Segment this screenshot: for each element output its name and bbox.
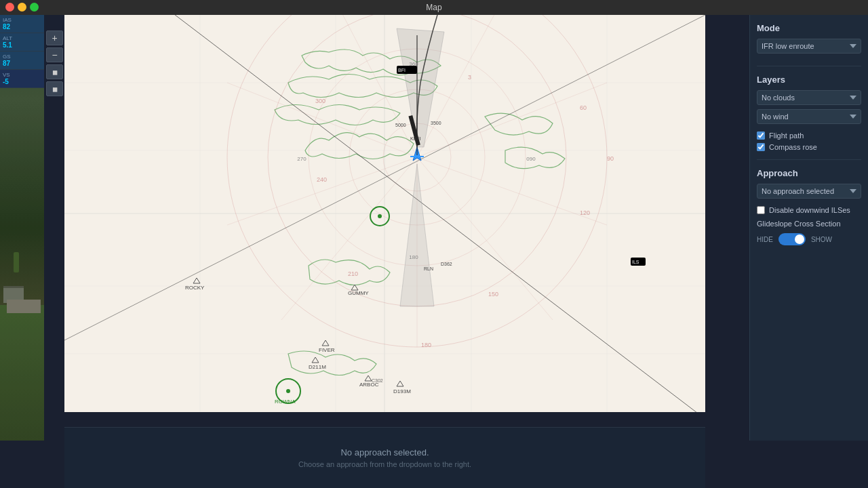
- glideslope-toggle[interactable]: [778, 233, 806, 245]
- toggle-slider: [778, 233, 806, 245]
- toggle-show-label: SHOW: [811, 236, 832, 243]
- svg-text:C302: C302: [372, 378, 383, 383]
- svg-text:D362: D362: [441, 262, 452, 266]
- data-block-2: ALT 5.1: [0, 33, 44, 52]
- layers-section-title: Layers: [757, 75, 861, 85]
- svg-text:ROWNA: ROWNA: [275, 399, 296, 405]
- approach-section-title: Approach: [757, 168, 861, 178]
- disable-downwind-label[interactable]: Disable downwind ILSes: [769, 206, 850, 214]
- flight-path-row: Flight path: [757, 131, 861, 140]
- maximize-button[interactable]: [30, 3, 39, 12]
- svg-text:120: 120: [580, 209, 590, 216]
- svg-point-54: [286, 389, 290, 393]
- svg-text:60: 60: [580, 104, 587, 111]
- approach-dropdown[interactable]: No approach selected: [757, 184, 861, 199]
- clouds-dropdown[interactable]: No clouds Few clouds Scattered Broken: [757, 90, 861, 105]
- compass-rose-row: Compass rose: [757, 143, 861, 151]
- data-block-4: VS -5: [0, 70, 44, 88]
- data-block-3: GS 87: [0, 52, 44, 70]
- svg-text:240: 240: [317, 176, 327, 183]
- map-controls[interactable]: + − ◼ ◼: [46, 30, 63, 96]
- svg-text:270: 270: [297, 156, 307, 162]
- svg-text:GUMMY: GUMMY: [348, 290, 369, 296]
- bottom-sub-text: Choose an approach from the dropdown to …: [298, 460, 471, 468]
- glideslope-label: Glideslope Cross Section: [757, 220, 861, 228]
- svg-text:KBFI: KBFI: [410, 136, 421, 141]
- disable-downwind-row: Disable downwind ILSes: [757, 206, 861, 214]
- flight-path-checkbox[interactable]: [757, 131, 765, 140]
- svg-point-57: [378, 214, 382, 218]
- bottom-main-text: No approach selected.: [340, 447, 429, 458]
- svg-text:090: 090: [526, 156, 536, 162]
- svg-text:210: 210: [348, 270, 358, 277]
- svg-text:FIVER: FIVER: [319, 347, 335, 353]
- svg-text:150: 150: [488, 291, 498, 298]
- divider-1: [757, 66, 861, 66]
- mode-section-title: Mode: [757, 23, 861, 33]
- svg-text:90: 90: [607, 155, 614, 162]
- flight-path-label[interactable]: Flight path: [769, 131, 804, 140]
- pan-up-button[interactable]: ◼: [46, 64, 63, 79]
- bottom-bar: No approach selected. Choose an approach…: [64, 427, 705, 488]
- window-title: Map: [426, 3, 441, 12]
- svg-text:5000: 5000: [395, 123, 406, 127]
- disable-downwind-checkbox[interactable]: [757, 206, 765, 214]
- svg-text:D193M: D193M: [393, 388, 411, 394]
- svg-text:180: 180: [409, 254, 418, 260]
- compass-rose-checkbox[interactable]: [757, 143, 765, 151]
- toggle-hide-label: HIDE: [757, 236, 773, 243]
- svg-text:D211M: D211M: [309, 364, 326, 370]
- close-button[interactable]: [5, 3, 14, 12]
- svg-text:180: 180: [421, 342, 431, 348]
- svg-text:ILS: ILS: [632, 260, 639, 264]
- right-panel: Mode IFR low enroute IFR high enroute VF…: [749, 15, 868, 441]
- map-svg[interactable]: 300 3 60 90 120 150 180 210 240: [64, 15, 705, 412]
- map-area[interactable]: 300 3 60 90 120 150 180 210 240: [64, 15, 705, 412]
- titlebar: Map: [0, 0, 868, 15]
- svg-text:300: 300: [315, 98, 326, 104]
- svg-text:ROCKY: ROCKY: [185, 285, 205, 291]
- pan-down-button[interactable]: ◼: [46, 81, 63, 96]
- svg-text:360: 360: [409, 61, 418, 67]
- svg-text:3500: 3500: [431, 121, 441, 125]
- compass-rose-label[interactable]: Compass rose: [769, 143, 817, 151]
- mode-dropdown[interactable]: IFR low enroute IFR high enroute VFR sec…: [757, 39, 861, 54]
- svg-text:3: 3: [468, 74, 471, 81]
- data-block-1: IAS 82: [0, 15, 44, 33]
- zoom-out-button[interactable]: −: [46, 47, 63, 62]
- wind-dropdown[interactable]: No wind Light wind Moderate wind: [757, 109, 861, 124]
- zoom-in-button[interactable]: +: [46, 30, 63, 45]
- minimize-button[interactable]: [18, 3, 26, 12]
- svg-text:RLN: RLN: [424, 266, 433, 271]
- glideslope-toggle-container: HIDE SHOW: [757, 233, 861, 245]
- svg-text:BFI: BFI: [398, 68, 406, 73]
- divider-2: [757, 159, 861, 160]
